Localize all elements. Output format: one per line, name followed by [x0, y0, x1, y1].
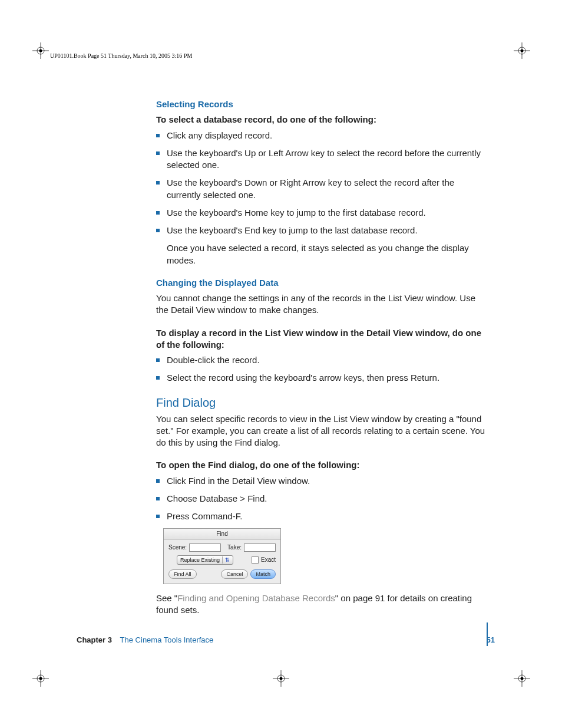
chevron-updown-icon: ⇅: [222, 556, 230, 564]
chapter-title: The Cinema Tools Interface: [120, 635, 214, 644]
exact-label: Exact: [261, 556, 276, 564]
svg-point-11: [39, 677, 42, 680]
svg-point-19: [521, 677, 524, 680]
crop-mark-icon: [32, 42, 49, 59]
svg-point-15: [280, 677, 283, 680]
list-item: Use the keyboard's Home key to jump to t…: [156, 207, 488, 219]
lead-select-record: To select a database record, do one of t…: [156, 114, 488, 126]
find-dialog-window: Find Scene: Take: Replace Existing ⇅: [163, 528, 281, 584]
scene-label: Scene:: [168, 543, 187, 552]
list-item: Use the keyboard's Down or Right Arrow k…: [156, 177, 488, 201]
cross-reference-link[interactable]: Finding and Opening Database Records: [177, 593, 335, 603]
bullet-list: Click Find in the Detail View window. Ch…: [156, 475, 488, 523]
list-item: Click Find in the Detail View window.: [156, 475, 488, 487]
lead-display-record: To display a record in the List View win…: [156, 327, 488, 351]
page-number: 51: [487, 635, 495, 645]
list-item: Use the keyboard's Up or Left Arrow key …: [156, 147, 488, 172]
list-item: Select the record using the keyboard's a…: [156, 372, 488, 384]
bullet-list: Double-click the record. Select the reco…: [156, 354, 488, 384]
scene-input[interactable]: [189, 543, 221, 552]
heading-find-dialog: Find Dialog: [156, 395, 488, 411]
find-all-button[interactable]: Find All: [168, 569, 197, 579]
list-item: Press Command-F.: [156, 510, 488, 522]
page-footer: Chapter 3 The Cinema Tools Interface 51: [77, 635, 495, 645]
page-content: Selecting Records To select a database r…: [156, 98, 488, 622]
see-reference: See "Finding and Opening Database Record…: [156, 592, 488, 617]
crop-mark-icon: [273, 670, 289, 687]
match-button[interactable]: Match: [250, 569, 276, 579]
cancel-button[interactable]: Cancel: [221, 569, 248, 579]
list-item: Double-click the record.: [156, 354, 488, 366]
list-item: Click any displayed record.: [156, 130, 488, 141]
crop-mark-icon: [514, 42, 530, 59]
take-input[interactable]: [244, 543, 276, 552]
list-item: Choose Database > Find.: [156, 493, 488, 505]
paragraph: You cannot change the settings in any of…: [156, 292, 488, 317]
page-header-meta: UP01101.Book Page 51 Thursday, March 10,…: [50, 52, 192, 60]
lead-open-find-dialog: To open the Find dialog, do one of the f…: [156, 459, 488, 471]
bullet-list: Click any displayed record. Use the keyb…: [156, 130, 488, 237]
crop-mark-icon: [514, 670, 530, 687]
list-item: Use the keyboard's End key to jump to th…: [156, 225, 488, 236]
text: See ": [156, 593, 177, 603]
take-label: Take:: [227, 543, 242, 552]
replace-existing-select[interactable]: Replace Existing ⇅: [177, 555, 233, 565]
paragraph: You can select specific records to view …: [156, 413, 488, 449]
crop-mark-icon: [32, 670, 49, 687]
paragraph: Once you have selected a record, it stay…: [156, 242, 488, 266]
chapter-label: Chapter 3: [77, 635, 112, 644]
find-dialog-title: Find: [164, 529, 280, 540]
svg-point-3: [39, 50, 42, 52]
select-label: Replace Existing: [180, 556, 220, 564]
heading-selecting-records: Selecting Records: [156, 98, 488, 110]
heading-changing-displayed-data: Changing the Displayed Data: [156, 277, 488, 289]
exact-checkbox[interactable]: [252, 556, 259, 564]
svg-point-7: [521, 50, 524, 52]
